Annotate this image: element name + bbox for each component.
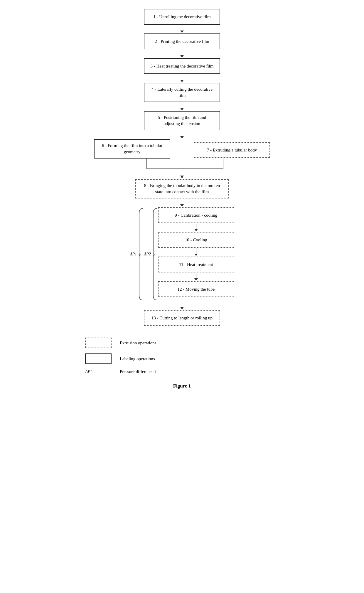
step-4-box: 4 - Laterally cutting the decorative fil… <box>144 83 220 102</box>
step-2-label: 2 - Printing the decorative film <box>155 38 209 45</box>
step-5-label: 5 - Positioning the film and adjusting t… <box>150 114 214 127</box>
dp1-label: ΔP1 <box>130 252 137 257</box>
step-4-label: 4 - Laterally cutting the decorative fil… <box>150 86 214 99</box>
step-13-box: 13 - Cutting to length or rolling up <box>144 310 220 326</box>
legend-labeling-label: : Labeling operations <box>117 356 155 361</box>
step-11-label: 11 - Heat treatment <box>179 262 213 268</box>
connector-svg <box>79 159 285 179</box>
arrow-11-12 <box>194 272 198 281</box>
legend-extrusion: : Extrusion operations <box>85 338 285 348</box>
step-7-box: 7 - Extruding a tubular body <box>194 142 270 158</box>
dp2-brace-svg <box>152 207 157 301</box>
step-12-box: 12 - Moving the tube <box>158 281 234 297</box>
step-5-box: 5 - Positioning the film and adjusting t… <box>144 111 220 130</box>
dp1-brace-svg <box>138 207 143 301</box>
legend-pi-symbol: ΔPi <box>85 369 112 374</box>
svg-marker-5 <box>180 176 184 178</box>
step-6-label: 6 - Forming the film into a tubular geom… <box>100 143 164 155</box>
dp2-label: ΔP2 <box>144 252 151 257</box>
step-6-box: 6 - Forming the film into a tubular geom… <box>94 139 170 159</box>
dp2-label-area: ΔP2 <box>144 207 151 301</box>
legend-pressure-label: : Pressure difference i <box>117 369 156 374</box>
step-10-box: 10 - Cooling <box>158 232 234 248</box>
legend-extrusion-label: : Extrusion operations <box>117 341 156 346</box>
steps-9-12: 9 - Calibration - cooling 10 - Cooling 1… <box>158 207 234 301</box>
legend-solid-box <box>85 353 112 364</box>
step-1-label: 1 - Unrolling the decorative film <box>153 14 210 20</box>
arrow-2-3 <box>180 49 184 58</box>
brace-section: ΔP1 ΔP2 9 - Calibration - cooling <box>79 207 285 301</box>
row-6-7: 6 - Forming the film into a tubular geom… <box>79 139 285 159</box>
step-1-box: 1 - Unrolling the decorative film <box>144 9 220 25</box>
step-8-label: 8 - Bringing the tubular body in the mol… <box>141 183 223 195</box>
legend-pressure: ΔPi : Pressure difference i <box>85 369 285 374</box>
step-10-label: 10 - Cooling <box>185 237 207 243</box>
figure-caption: Figure 1 <box>79 383 285 389</box>
step-11-box: 11 - Heat treatment <box>158 257 234 272</box>
step-3-label: 3 - Heat treating the decorative film <box>151 63 214 69</box>
arrow-10-11 <box>194 248 198 257</box>
legend: : Extrusion operations : Labeling operat… <box>79 338 285 374</box>
dp1-brace-container: ΔP1 <box>130 207 143 301</box>
step-9-label: 9 - Calibration - cooling <box>175 212 217 218</box>
step-7-label: 7 - Extruding a tubular body <box>207 147 257 153</box>
arrow-3-4 <box>180 74 184 83</box>
step-13-label: 13 - Cutting to length or rolling up <box>151 315 213 321</box>
dp2-brace-container: ΔP2 <box>144 207 157 301</box>
step-8-box: 8 - Bringing the tubular body in the mol… <box>135 179 229 198</box>
flow-diagram: 1 - Unrolling the decorative film 2 - Pr… <box>79 9 285 326</box>
step-2-box: 2 - Printing the decorative film <box>144 33 220 49</box>
page: 1 - Unrolling the decorative film 2 - Pr… <box>79 9 285 389</box>
arrow-4-5 <box>180 102 184 111</box>
dp1-label-area: ΔP1 <box>130 207 137 301</box>
legend-labeling: : Labeling operations <box>85 353 285 364</box>
step-12-label: 12 - Moving the tube <box>177 286 215 292</box>
arrow-12-13 <box>180 301 184 310</box>
arrow-8-9 <box>180 198 184 207</box>
arrow-9-10 <box>194 223 198 232</box>
step-3-box: 3 - Heat treating the decorative film <box>144 58 220 74</box>
connector-6-7-to-8 <box>79 159 285 179</box>
arrow-5-6 <box>180 130 184 139</box>
legend-dashed-box <box>85 338 112 348</box>
arrow-1-2 <box>180 25 184 33</box>
step-9-box: 9 - Calibration - cooling <box>158 207 234 223</box>
